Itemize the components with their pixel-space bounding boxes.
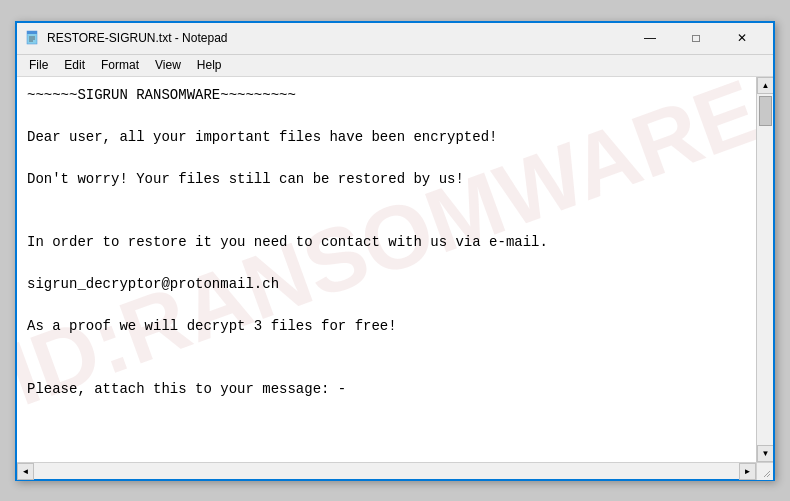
text-area-container: ID:RANSOMWARE ~~~~~~SIGRUN RANSOMWARE~~~… xyxy=(17,77,773,462)
close-button[interactable]: ✕ xyxy=(719,22,765,54)
menu-view[interactable]: View xyxy=(147,56,189,74)
svg-line-6 xyxy=(764,471,770,477)
scroll-left-button[interactable]: ◄ xyxy=(17,463,34,480)
text-content[interactable]: ~~~~~~SIGRUN RANSOMWARE~~~~~~~~~ Dear us… xyxy=(17,77,568,462)
title-bar: RESTORE-SIGRUN.txt - Notepad — □ ✕ xyxy=(17,23,773,55)
svg-rect-1 xyxy=(27,31,37,34)
scroll-up-button[interactable]: ▲ xyxy=(757,77,773,94)
scroll-right-button[interactable]: ► xyxy=(739,463,756,480)
resize-corner[interactable] xyxy=(756,463,773,480)
menu-help[interactable]: Help xyxy=(189,56,230,74)
window-title: RESTORE-SIGRUN.txt - Notepad xyxy=(47,31,627,45)
horizontal-scroll-track[interactable] xyxy=(34,463,739,479)
minimize-button[interactable]: — xyxy=(627,22,673,54)
title-bar-buttons: — □ ✕ xyxy=(627,22,765,54)
vertical-scrollbar[interactable]: ▲ ▼ xyxy=(756,77,773,462)
svg-line-7 xyxy=(767,474,770,477)
menu-file[interactable]: File xyxy=(21,56,56,74)
resize-icon xyxy=(762,469,772,479)
notepad-window: RESTORE-SIGRUN.txt - Notepad — □ ✕ File … xyxy=(15,21,775,481)
menu-format[interactable]: Format xyxy=(93,56,147,74)
menu-bar: File Edit Format View Help xyxy=(17,55,773,77)
notepad-icon xyxy=(25,30,41,46)
bottom-bar: ◄ ► xyxy=(17,462,773,479)
menu-edit[interactable]: Edit xyxy=(56,56,93,74)
scroll-thumb-v[interactable] xyxy=(759,96,772,126)
scroll-down-button[interactable]: ▼ xyxy=(757,445,773,462)
maximize-button[interactable]: □ xyxy=(673,22,719,54)
